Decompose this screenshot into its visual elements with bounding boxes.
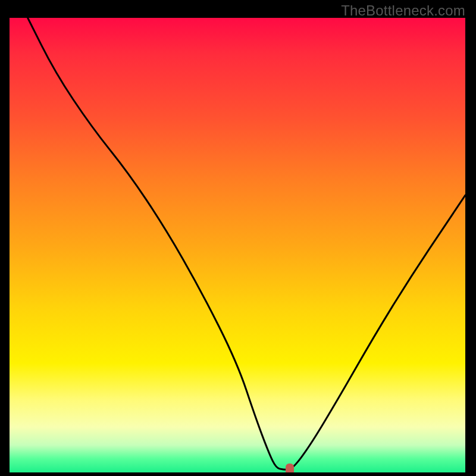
watermark-text: TheBottleneck.com [341, 2, 465, 19]
chart-frame: TheBottleneck.com [0, 0, 476, 476]
bottleneck-curve [10, 18, 465, 472]
plot-area [10, 18, 465, 472]
marker-dot [286, 464, 294, 472]
